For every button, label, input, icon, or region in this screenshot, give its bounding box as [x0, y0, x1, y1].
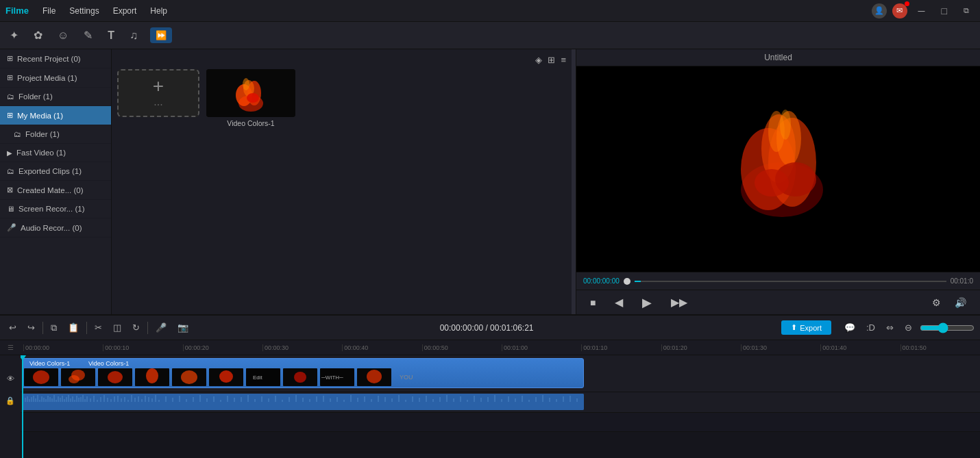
ruler-mark-2: 00:00:20: [183, 344, 262, 351]
play-button[interactable]: ▶: [638, 294, 656, 311]
separator3: [147, 322, 148, 334]
timeline-scrubber[interactable]: [635, 281, 946, 282]
zoom-out-button[interactable]: ⊖: [901, 320, 916, 335]
user-icon[interactable]: 👤: [872, 3, 887, 18]
mail-icon[interactable]: ✉: [892, 3, 907, 18]
menu-export[interactable]: Export: [106, 3, 144, 18]
grid-view-icon[interactable]: ⊞: [548, 55, 555, 65]
timeline-time-display: 00:00:00:00 / 00:01:06:21: [196, 323, 777, 333]
timeline-ruler: ☰ 00:00:00 00:00:10 00:00:20 00:00:30 00…: [0, 340, 980, 355]
media-item-label: Video Colors-1: [227, 119, 274, 127]
media-item-video-colors-1[interactable]: ⊟ Video Colors-1: [206, 69, 295, 127]
maximize-button[interactable]: □: [936, 4, 953, 18]
zoom-slider[interactable]: [920, 322, 975, 333]
next-frame-button[interactable]: ▶▶: [667, 294, 691, 310]
rotate-button[interactable]: ↻: [129, 320, 143, 335]
preview-controls: ■ ◀ ▶ ▶▶ ⚙ 🔊: [576, 290, 980, 314]
settings-icon[interactable]: ⚙: [928, 296, 945, 309]
menu-settings[interactable]: Settings: [62, 3, 106, 18]
list-view-icon[interactable]: ≡: [561, 55, 566, 65]
svg-point-27: [181, 370, 197, 384]
svg-point-14: [780, 110, 791, 140]
sidebar-item-recent-project[interactable]: ⊞ Recent Project (0): [0, 49, 111, 68]
sidebar-item-fast-video[interactable]: ▶ Fast Video (1): [0, 144, 111, 162]
svg-point-18: [33, 370, 49, 384]
svg-text:─WITH─: ─WITH─: [321, 374, 343, 381]
current-time-display: 00:00:00:00: [583, 277, 620, 285]
svg-point-16: [755, 169, 789, 196]
eye-icon[interactable]: 👁: [7, 374, 14, 383]
lock-icon[interactable]: 🔒: [5, 396, 15, 405]
tool-color[interactable]: ✿: [31, 26, 45, 44]
preview-right-controls: ⚙ 🔊: [928, 296, 970, 309]
comment-button[interactable]: 💬: [841, 320, 859, 335]
restore-button[interactable]: ⧉: [958, 5, 975, 16]
svg-text:YOU: YOU: [400, 374, 413, 381]
svg-point-29: [219, 370, 233, 383]
playhead[interactable]: [22, 355, 23, 458]
video-clip-bar[interactable]: Video Colors-1 Video Colors-1: [22, 358, 584, 388]
end-time-display: 00:01:0: [951, 277, 973, 285]
clip-label-1: Video Colors-1: [25, 360, 74, 367]
stop-button[interactable]: ■: [586, 296, 600, 309]
audio-clip-bar[interactable]: [22, 394, 584, 410]
snap-button[interactable]: :D: [863, 320, 879, 335]
layers-icon[interactable]: ◈: [535, 55, 542, 65]
titlebar: Filme File Settings Export Help 👤 ✉ ─ □ …: [0, 0, 980, 22]
tool-audio[interactable]: ♫: [127, 27, 140, 44]
ruler-mark-5: 00:00:50: [422, 344, 502, 351]
sidebar-item-audio-recor[interactable]: 🎤 Audio Recor... (0): [0, 218, 111, 238]
audio-waveform: [22, 394, 584, 410]
media-thumbnail[interactable]: ⊟: [206, 69, 295, 117]
ruler-mark-0: 00:00:00: [23, 344, 103, 351]
clip-frames: Edit ─WITH─ YOU: [23, 367, 584, 387]
titlebar-left: Filme File Settings Export Help: [5, 3, 174, 18]
svg-text:Edit: Edit: [253, 374, 263, 381]
menu-help[interactable]: Help: [143, 3, 174, 18]
ruler-mark-10: 00:01:40: [820, 344, 900, 351]
sidebar-item-created-mate[interactable]: ⊠ Created Mate... (0): [0, 181, 111, 200]
playhead-dot[interactable]: [624, 278, 630, 285]
tool-text[interactable]: T: [105, 27, 117, 44]
fit-button[interactable]: ⇔: [883, 320, 897, 335]
preview-timebar: 00:00:00:00 00:01:0: [576, 272, 980, 290]
ruler-mark-7: 00:01:10: [581, 344, 661, 351]
plus-icon: +: [153, 75, 164, 97]
sidebar-item-my-media[interactable]: ⊞ My Media (1): [0, 106, 111, 125]
prev-frame-button[interactable]: ◀: [611, 294, 627, 310]
export-button[interactable]: ⬆ Export: [781, 320, 831, 335]
svg-point-25: [146, 368, 158, 383]
tracks-area[interactable]: Video Colors-1 Video Colors-1: [21, 355, 980, 458]
sidebar-item-project-media[interactable]: ⊞ Project Media (1): [0, 68, 111, 88]
tool-draw[interactable]: ✎: [81, 26, 95, 44]
ruler-mark-8: 00:01:20: [661, 344, 741, 351]
tool-effects[interactable]: ✦: [7, 26, 21, 44]
preview-title: Untitled: [576, 49, 980, 66]
minimize-button[interactable]: ─: [913, 4, 931, 18]
trim-button[interactable]: ◫: [110, 320, 125, 335]
split-button[interactable]: ✂: [91, 320, 106, 335]
tool-emoji[interactable]: ☺: [55, 27, 71, 44]
menu-file[interactable]: File: [36, 3, 62, 18]
empty-track: [21, 413, 980, 432]
ruler-collapse-icon[interactable]: ☰: [8, 344, 14, 351]
ruler-marks: 00:00:00 00:00:10 00:00:20 00:00:30 00:0…: [21, 344, 980, 351]
camera-button[interactable]: 📷: [174, 320, 192, 335]
copy-button[interactable]: ⧉: [47, 320, 60, 335]
media-panel-toolbar: ◈ ⊞ ≡: [117, 55, 566, 65]
preview-video: [576, 66, 980, 272]
paste-button[interactable]: 📋: [64, 320, 82, 335]
undo-button[interactable]: ↩: [5, 320, 20, 335]
clip-label-2: Video Colors-1: [84, 360, 133, 367]
sidebar-item-folder[interactable]: 🗂 Folder (1): [0, 88, 111, 106]
add-media-button[interactable]: + ···: [117, 69, 199, 117]
tool-transition[interactable]: ⏩: [150, 27, 172, 43]
sidebar-item-exported-clips[interactable]: 🗂 Exported Clips (1): [0, 162, 111, 181]
mic-button[interactable]: 🎤: [152, 320, 170, 335]
track-side-controls: 👁 🔒: [0, 355, 21, 458]
sidebar-item-folder2[interactable]: 🗂 Folder (1): [0, 125, 111, 144]
svg-point-37: [367, 370, 382, 383]
redo-button[interactable]: ↪: [24, 320, 38, 335]
sidebar-item-screen-recor[interactable]: 🖥 Screen Recor... (1): [0, 200, 111, 218]
volume-icon[interactable]: 🔊: [951, 296, 970, 309]
